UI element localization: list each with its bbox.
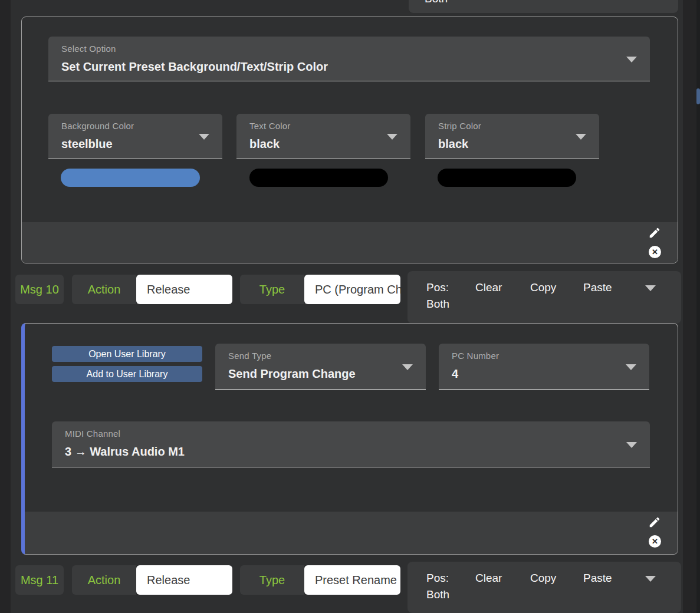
prev-msg-pos-value: Both (425, 0, 448, 5)
send-type-dropdown[interactable]: Send Type Send Program Change (215, 344, 426, 390)
type-label-chip: Type (240, 275, 304, 304)
panel-action-bar: ✕ (25, 512, 678, 554)
paste-button[interactable]: Paste (583, 281, 612, 294)
midi-channel-dropdown[interactable]: MIDI Channel 3 → Walrus Audio M1 (52, 421, 650, 467)
pc-number-value: 4 (452, 367, 458, 381)
add-to-user-library-button[interactable]: Add to User Library (52, 366, 202, 382)
msg-number-chip: Msg 10 (15, 275, 64, 304)
copy-button[interactable]: Copy (530, 572, 556, 585)
text-color-dropdown[interactable]: Text Color black (236, 114, 410, 159)
strip-color-swatch (438, 169, 576, 187)
background-color-swatch (61, 169, 200, 187)
edit-icon[interactable] (648, 226, 661, 239)
text-color-swatch (249, 169, 388, 187)
pc-message-editor-panel: Open User Library Add to User Library Se… (21, 323, 678, 555)
chevron-down-icon (387, 134, 397, 140)
clear-button[interactable]: Clear (475, 281, 502, 294)
background-color-label: Background Color (61, 121, 134, 131)
chevron-down-icon (626, 442, 637, 448)
msg-toolbar: Pos: Both Clear Copy Paste (407, 271, 681, 324)
action-select[interactable]: Release (136, 275, 232, 304)
msg-number-label: Msg 11 (21, 574, 58, 587)
midi-channel-label: MIDI Channel (65, 429, 120, 439)
close-icon[interactable]: ✕ (649, 535, 661, 548)
select-option-label: Select Option (61, 44, 116, 54)
strip-color-value: black (438, 137, 468, 151)
expand-chevron-icon[interactable] (645, 285, 656, 291)
chevron-down-icon (626, 57, 637, 62)
strip-color-dropdown[interactable]: Strip Color black (425, 114, 599, 159)
pc-number-dropdown[interactable]: PC Number 4 (439, 344, 649, 390)
msg-number-label: Msg 10 (20, 283, 59, 296)
msg-number-chip: Msg 11 (15, 565, 64, 595)
pos-toggle[interactable]: Pos: (426, 572, 449, 585)
background-color-dropdown[interactable]: Background Color steelblue (48, 114, 222, 159)
close-icon[interactable]: ✕ (649, 246, 661, 258)
edit-icon[interactable] (648, 516, 661, 529)
chevron-down-icon (576, 134, 586, 140)
prev-msg-pos-panel[interactable]: Both (409, 0, 678, 13)
midi-channel-value: 3 → Walrus Audio M1 (65, 445, 185, 459)
text-color-label: Text Color (249, 121, 291, 131)
right-gutter (683, 0, 700, 613)
send-type-label: Send Type (228, 351, 271, 361)
background-color-value: steelblue (61, 137, 113, 151)
scrollbar-track[interactable] (696, 0, 700, 613)
type-select[interactable]: PC (Program Change) (304, 275, 400, 304)
strip-color-label: Strip Color (438, 121, 481, 131)
preset-color-editor-panel: Select Option Set Current Preset Backgro… (21, 17, 678, 263)
chevron-down-icon (402, 364, 413, 370)
pc-number-label: PC Number (452, 351, 499, 361)
chevron-down-icon (199, 134, 209, 140)
copy-button[interactable]: Copy (530, 281, 556, 294)
action-label-chip: Action (72, 275, 136, 304)
pos-toggle[interactable]: Pos: (426, 281, 449, 294)
clear-button[interactable]: Clear (475, 572, 502, 585)
expand-chevron-icon[interactable] (645, 576, 656, 582)
text-color-value: black (249, 137, 280, 151)
action-label-chip: Action (72, 565, 136, 595)
pos-value[interactable]: Both (426, 298, 449, 311)
send-type-value: Send Program Change (228, 367, 356, 381)
select-option-dropdown[interactable]: Select Option Set Current Preset Backgro… (48, 37, 650, 81)
type-label-chip: Type (240, 565, 304, 595)
type-select[interactable]: Preset Rename (304, 565, 400, 595)
panel-action-bar: ✕ (22, 222, 678, 263)
msg-toolbar: Pos: Both Clear Copy Paste (407, 562, 681, 613)
action-select[interactable]: Release (136, 565, 232, 595)
pos-value[interactable]: Both (426, 588, 449, 601)
scrollbar-thumb[interactable] (696, 88, 700, 104)
select-option-value: Set Current Preset Background/Text/Strip… (61, 60, 328, 74)
chevron-down-icon (626, 364, 636, 370)
paste-button[interactable]: Paste (583, 572, 612, 585)
left-gutter (0, 0, 11, 613)
open-user-library-button[interactable]: Open User Library (52, 346, 202, 362)
